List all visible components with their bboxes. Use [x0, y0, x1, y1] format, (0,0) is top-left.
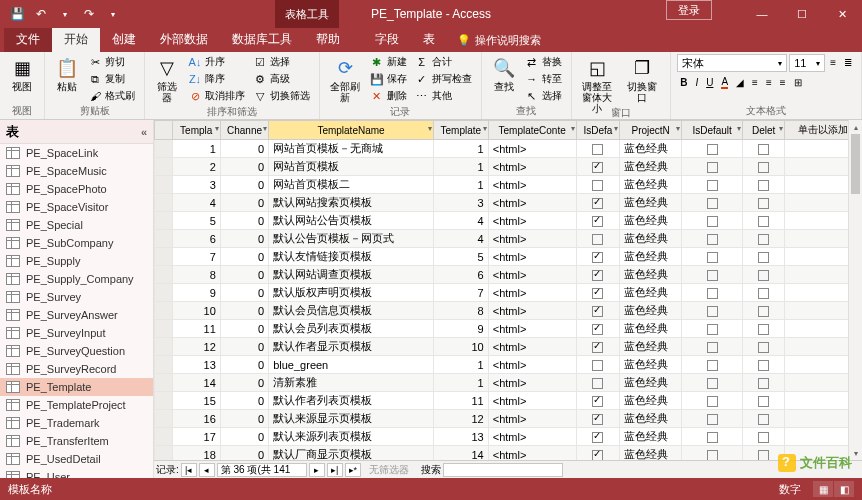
checkbox[interactable] [758, 252, 769, 263]
filter-dropdown-icon[interactable]: ▾ [779, 124, 783, 133]
row-selector[interactable] [155, 392, 173, 410]
next-record-button[interactable]: ▸ [309, 463, 325, 477]
paste-button[interactable]: 📋 粘贴 [51, 54, 83, 94]
new-record-button[interactable]: ✱新建 [367, 54, 410, 70]
checkbox[interactable] [758, 432, 769, 443]
table-row[interactable]: 100默认会员信息页模板8<html>蓝色经典 [155, 302, 862, 320]
cut-button[interactable]: ✂剪切 [85, 54, 138, 70]
nav-item-PE_UsedDetail[interactable]: PE_UsedDetail [0, 450, 153, 468]
table-row[interactable]: 120默认作者显示页模板10<html>蓝色经典 [155, 338, 862, 356]
scroll-down-icon[interactable]: ▾ [849, 446, 862, 460]
nav-item-PE_Special[interactable]: PE_Special [0, 216, 153, 234]
checkbox[interactable] [758, 450, 769, 460]
checkbox[interactable] [707, 450, 718, 460]
row-selector[interactable] [155, 410, 173, 428]
row-selector[interactable] [155, 284, 173, 302]
row-selector[interactable] [155, 158, 173, 176]
nav-item-PE_SurveyAnswer[interactable]: PE_SurveyAnswer [0, 306, 153, 324]
checkbox[interactable] [758, 288, 769, 299]
italic-button[interactable]: I [692, 74, 701, 90]
table-row[interactable]: 10网站首页模板－无商城1<html>蓝色经典 [155, 140, 862, 158]
row-selector[interactable] [155, 320, 173, 338]
row-selector[interactable] [155, 194, 173, 212]
undo-icon[interactable]: ↶ [30, 3, 52, 25]
nav-item-PE_Supply_Company[interactable]: PE_Supply_Company [0, 270, 153, 288]
checkbox[interactable] [758, 324, 769, 335]
checkbox[interactable] [592, 342, 603, 353]
gridlines-button[interactable]: ⊞ [791, 74, 805, 90]
clear-sort-button[interactable]: ⊘取消排序 [185, 88, 248, 104]
nav-item-PE_Trademark[interactable]: PE_Trademark [0, 414, 153, 432]
checkbox[interactable] [707, 288, 718, 299]
filter-dropdown-icon[interactable]: ▾ [737, 124, 741, 133]
row-selector[interactable] [155, 356, 173, 374]
column-header[interactable]: Template▾ [433, 121, 488, 140]
goto-button[interactable]: →转至 [522, 71, 565, 87]
nav-item-PE_TransferItem[interactable]: PE_TransferItem [0, 432, 153, 450]
checkbox[interactable] [707, 234, 718, 245]
checkbox[interactable] [758, 162, 769, 173]
checkbox[interactable] [707, 360, 718, 371]
replace-button[interactable]: ⇄替换 [522, 54, 565, 70]
table-row[interactable]: 170默认来源列表页模板13<html>蓝色经典 [155, 428, 862, 446]
checkbox[interactable] [592, 180, 603, 191]
tell-me-search[interactable]: 💡操作说明搜索 [447, 29, 551, 52]
row-selector[interactable] [155, 302, 173, 320]
toggle-filter-button[interactable]: ▽切换筛选 [250, 88, 313, 104]
selection-filter-button[interactable]: ☑选择 [250, 54, 313, 70]
prev-record-button[interactable]: ◂ [199, 463, 215, 477]
totals-button[interactable]: Σ合计 [412, 54, 475, 70]
checkbox[interactable] [592, 414, 603, 425]
row-selector[interactable] [155, 230, 173, 248]
qat-dropdown-icon[interactable]: ▾ [54, 3, 76, 25]
tab-help[interactable]: 帮助 [304, 27, 352, 52]
last-record-button[interactable]: ▸| [327, 463, 343, 477]
save-record-button[interactable]: 💾保存 [367, 71, 410, 87]
font-color-button[interactable]: A [718, 74, 731, 90]
column-header[interactable]: IsDefault▾ [681, 121, 742, 140]
table-row[interactable]: 150默认作者列表页模板11<html>蓝色经典 [155, 392, 862, 410]
checkbox[interactable] [592, 378, 603, 389]
minimize-icon[interactable]: — [742, 0, 782, 28]
qat-customize-icon[interactable]: ▾ [102, 3, 124, 25]
nav-item-PE_SpaceLink[interactable]: PE_SpaceLink [0, 144, 153, 162]
filter-dropdown-icon[interactable]: ▾ [483, 124, 487, 133]
copy-button[interactable]: ⧉复制 [85, 71, 138, 87]
scroll-thumb[interactable] [851, 134, 860, 194]
checkbox[interactable] [592, 450, 603, 460]
row-selector[interactable] [155, 176, 173, 194]
row-selector[interactable] [155, 248, 173, 266]
tab-dbtools[interactable]: 数据库工具 [220, 27, 304, 52]
row-selector[interactable] [155, 446, 173, 461]
new-record-nav-button[interactable]: ▸* [345, 463, 361, 477]
checkbox[interactable] [758, 216, 769, 227]
more-button[interactable]: ⋯其他 [412, 88, 475, 104]
font-combo[interactable]: 宋体▾ [677, 54, 787, 72]
filter-dropdown-icon[interactable]: ▾ [676, 124, 680, 133]
delete-record-button[interactable]: ✕删除 [367, 88, 410, 104]
checkbox[interactable] [592, 234, 603, 245]
nav-item-PE_User[interactable]: PE_User [0, 468, 153, 478]
checkbox[interactable] [592, 396, 603, 407]
nav-item-PE_SubCompany[interactable]: PE_SubCompany [0, 234, 153, 252]
refresh-button[interactable]: ⟳ 全部刷新 [326, 54, 365, 105]
checkbox[interactable] [758, 360, 769, 371]
checkbox[interactable] [707, 270, 718, 281]
align-left-button[interactable]: ≡ [749, 74, 761, 90]
column-header[interactable]: TemplateName▾ [269, 121, 434, 140]
checkbox[interactable] [592, 270, 603, 281]
login-button[interactable]: 登录 [666, 0, 712, 20]
checkbox[interactable] [707, 216, 718, 227]
column-header[interactable]: Delet▾ [743, 121, 785, 140]
search-input[interactable] [443, 463, 563, 477]
select-button[interactable]: ↖选择 [522, 88, 565, 104]
checkbox[interactable] [758, 306, 769, 317]
row-selector[interactable] [155, 266, 173, 284]
view-button[interactable]: ▦ 视图 [6, 54, 38, 94]
data-grid[interactable]: Templa▾Channe▾TemplateName▾Template▾Temp… [154, 120, 862, 460]
checkbox[interactable] [592, 198, 603, 209]
align-right-button[interactable]: ≡ [777, 74, 789, 90]
filter-dropdown-icon[interactable]: ▾ [428, 124, 432, 133]
checkbox[interactable] [707, 306, 718, 317]
collapse-icon[interactable]: « [141, 126, 147, 138]
